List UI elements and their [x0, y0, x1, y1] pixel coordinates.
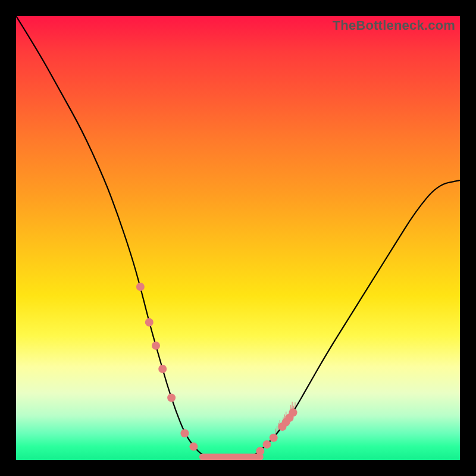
curve-marker [136, 283, 145, 291]
curve-marker [270, 434, 278, 442]
plot-area: TheBottleneck.com [16, 16, 460, 460]
curve-marker [189, 443, 198, 451]
curve-marker [256, 447, 264, 455]
curve-marker [167, 394, 176, 402]
curve-marker [152, 342, 160, 350]
curve-marker [262, 440, 271, 449]
curve-marker [145, 318, 154, 327]
curve-marker [158, 365, 167, 373]
watermark-text: TheBottleneck.com [333, 18, 455, 33]
chart-frame: TheBottleneck.com [0, 0, 476, 476]
curve-marker [289, 408, 298, 416]
curve-marker [180, 429, 189, 437]
bottleneck-curve [16, 16, 460, 460]
curve-svg [16, 16, 460, 460]
